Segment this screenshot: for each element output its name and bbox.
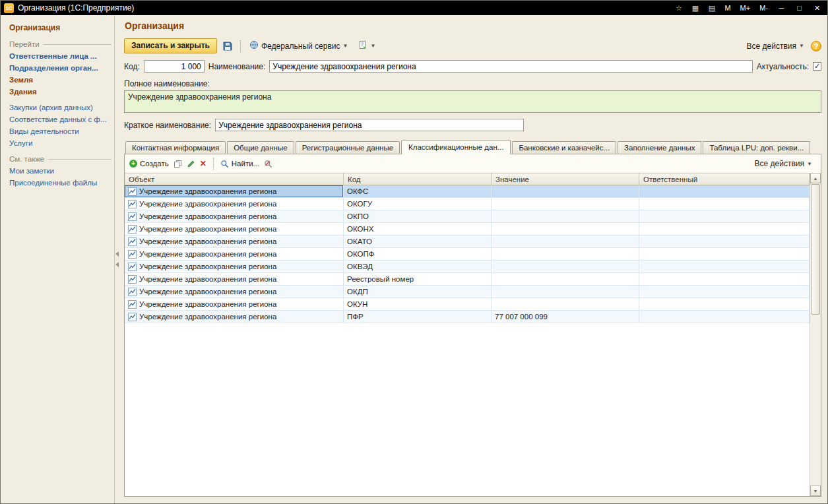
scrollbar-track[interactable]: [810, 315, 821, 486]
actual-checkbox[interactable]: ✓: [813, 62, 821, 71]
minimize-button[interactable]: ─: [775, 4, 788, 12]
sidebar-item[interactable]: Закупки (архив данных): [9, 104, 111, 111]
code-cell: ОКДП: [344, 286, 492, 298]
value-cell: [492, 248, 639, 261]
sidebar-item[interactable]: Присоединенные файлы: [9, 179, 111, 187]
sidebar-title: Организация: [9, 23, 111, 32]
maximize-button[interactable]: □: [792, 4, 806, 12]
chart-icon: [128, 237, 137, 246]
sidebar-item[interactable]: Здания: [9, 88, 111, 96]
tab-7[interactable]: Таблица LPU: доп. рекви...: [703, 141, 810, 154]
help-button[interactable]: ?: [811, 41, 821, 51]
table-row[interactable]: Учреждение здравоохранения регионаОКФС: [125, 185, 810, 198]
table-row[interactable]: Учреждение здравоохранения регионаОКПО: [125, 210, 810, 223]
table-row[interactable]: Учреждение здравоохранения регионаРеестр…: [125, 273, 810, 286]
table-row[interactable]: Учреждение здравоохранения регионаОКДП: [125, 286, 810, 298]
scroll-up-button[interactable]: ▲: [810, 173, 821, 183]
document-icon: [358, 40, 367, 51]
create-label: Создать: [140, 160, 169, 168]
scroll-down-button[interactable]: ▼: [810, 486, 821, 496]
tab-5[interactable]: Банковские и казначейс...: [512, 141, 616, 154]
full-name-input[interactable]: Учреждение здравоохранения региона: [124, 90, 821, 113]
chart-icon: [128, 300, 137, 309]
table-row[interactable]: Учреждение здравоохранения регионаОКАТО: [125, 236, 810, 248]
all-actions-label: Все действия: [755, 159, 804, 168]
responsible-cell: [639, 185, 810, 198]
toolbar-separator: [240, 40, 241, 52]
memory-m-plus-button[interactable]: M+: [738, 4, 753, 12]
report-dropdown-button[interactable]: ▼: [354, 38, 379, 53]
tab-bar: Контактная информацияОбщие данныеРегистр…: [124, 140, 821, 154]
code-cell: ОКОГУ: [344, 198, 492, 210]
grid-area: ОбъектКодЗначениеОтветственный Учреждени…: [125, 173, 821, 496]
responsible-cell: [639, 311, 810, 323]
sidebar-item[interactable]: Подразделения орган...: [9, 64, 111, 72]
clear-find-icon[interactable]: [264, 160, 272, 168]
sidebar-item[interactable]: Земля: [9, 76, 111, 84]
find-button[interactable]: Найти...: [220, 160, 259, 168]
column-header[interactable]: Ответственный: [639, 173, 810, 185]
command-bar: Записать и закрыть Федеральный сервис ▼: [124, 38, 821, 54]
table-row[interactable]: Учреждение здравоохранения регионаОКУН: [125, 298, 810, 311]
value-cell: [492, 273, 639, 286]
object-cell-text: Учреждение здравоохранения региона: [139, 185, 276, 197]
app-window: 1С Организация (1С:Предприятие) ☆ ▦ ▤ M …: [0, 0, 828, 504]
column-header[interactable]: Код: [344, 173, 492, 185]
name-input[interactable]: [269, 60, 753, 73]
tab-1[interactable]: Контактная информация: [125, 141, 226, 154]
column-header[interactable]: Объект: [125, 173, 344, 185]
value-cell: 77 007 000 099: [492, 311, 639, 323]
close-button[interactable]: ✕: [810, 4, 824, 13]
all-actions-button-top[interactable]: Все действия ▼: [743, 40, 808, 53]
federal-service-dropdown[interactable]: Федеральный сервис ▼: [245, 38, 352, 53]
main-form: Организация Записать и закрыть Федеральн…: [119, 15, 827, 503]
chart-icon: [128, 288, 137, 296]
sidebar-item[interactable]: Ответственные лица ...: [9, 52, 111, 60]
app-body: Организация ПерейтиОтветственные лица ..…: [1, 15, 827, 503]
memory-m-button[interactable]: M: [722, 4, 733, 12]
find-label: Найти...: [232, 160, 259, 168]
table-row[interactable]: Учреждение здравоохранения регионаОКВЭД: [125, 261, 810, 273]
calendar-icon[interactable]: ▤: [705, 4, 718, 13]
sidebar-splitter[interactable]: [114, 15, 119, 503]
sidebar-item[interactable]: Виды деятельности: [9, 127, 111, 135]
tab-6[interactable]: Заполнение данных: [618, 141, 701, 154]
tab-3[interactable]: Регистрационные данные: [296, 141, 400, 154]
value-cell: [492, 198, 639, 210]
short-name-input[interactable]: [215, 119, 524, 131]
short-name-row: Краткое наименование:: [124, 119, 821, 131]
table-row[interactable]: Учреждение здравоохранения регионаОКОГУ: [125, 198, 810, 210]
delete-button[interactable]: ✕: [200, 159, 207, 168]
favorites-star-icon[interactable]: ☆: [672, 4, 685, 13]
tab-4[interactable]: Классификационные дан...: [401, 140, 511, 154]
create-button[interactable]: + Создать: [129, 160, 169, 168]
memory-m-minus-button[interactable]: M-: [757, 4, 771, 12]
chart-icon: [128, 225, 137, 234]
table-row[interactable]: Учреждение здравоохранения регионаОКОПФ: [125, 248, 810, 261]
sidebar-section-header: Перейти: [9, 40, 111, 48]
object-cell-text: Учреждение здравоохранения региона: [139, 236, 276, 247]
table-row[interactable]: Учреждение здравоохранения регионаОКОНХ: [125, 223, 810, 236]
object-cell-text: Учреждение здравоохранения региона: [139, 273, 276, 285]
save-icon[interactable]: [220, 39, 236, 53]
vertical-scrollbar[interactable]: ▲ ▼: [810, 173, 821, 496]
sidebar-item[interactable]: Услуги: [9, 139, 111, 147]
tab-2[interactable]: Общие данные: [227, 141, 294, 154]
save-and-close-button[interactable]: Записать и закрыть: [124, 38, 217, 53]
sidebar-item[interactable]: Мои заметки: [9, 167, 111, 175]
table-row[interactable]: Учреждение здравоохранения регионаПФР77 …: [125, 311, 810, 323]
scrollbar-thumb[interactable]: [811, 184, 820, 315]
responsible-cell: [639, 248, 810, 261]
code-cell: ОКВЭД: [344, 261, 492, 273]
calculator-icon[interactable]: ▦: [689, 4, 701, 13]
code-input[interactable]: [144, 60, 205, 73]
copy-button[interactable]: [174, 160, 182, 168]
chart-icon: [128, 250, 137, 259]
column-header[interactable]: Значение: [492, 173, 639, 185]
all-actions-label: Все действия: [747, 42, 796, 51]
all-actions-button-grid[interactable]: Все действия ▼: [751, 157, 816, 170]
sidebar-item[interactable]: Соответствие данных с ф...: [9, 115, 111, 123]
chart-icon: [128, 313, 137, 321]
code-cell: Реестровый номер: [344, 273, 492, 286]
edit-pencil-icon[interactable]: [187, 160, 195, 168]
